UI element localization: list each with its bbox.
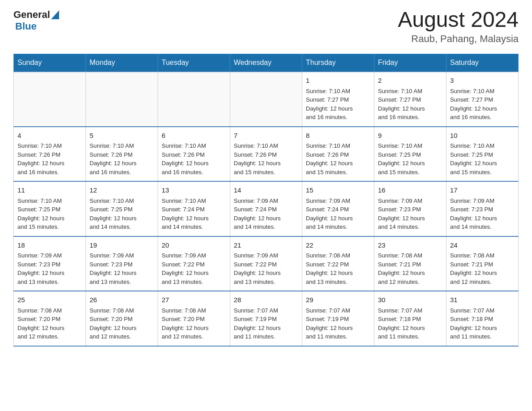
calendar-header-sunday: Sunday xyxy=(14,54,86,72)
day-number: 13 xyxy=(162,185,226,196)
logo-general-text: General xyxy=(13,9,50,21)
day-info: Sunrise: 7:07 AMSunset: 7:18 PMDaylight:… xyxy=(450,306,515,341)
day-number: 5 xyxy=(90,131,154,141)
calendar-day-cell xyxy=(14,72,86,127)
day-number: 15 xyxy=(306,185,370,196)
logo-triangle-icon xyxy=(51,10,59,19)
day-number: 12 xyxy=(90,185,154,196)
day-info: Sunrise: 7:09 AMSunset: 7:23 PMDaylight:… xyxy=(90,251,154,286)
calendar-day-cell: 1Sunrise: 7:10 AMSunset: 7:27 PMDaylight… xyxy=(302,72,374,127)
day-number: 22 xyxy=(306,240,370,251)
page-header: General Blue August 2024 Raub, Pahang, M… xyxy=(13,9,519,45)
calendar-day-cell: 27Sunrise: 7:08 AMSunset: 7:20 PMDayligh… xyxy=(158,291,230,346)
day-info: Sunrise: 7:07 AMSunset: 7:18 PMDaylight:… xyxy=(378,306,442,341)
day-number: 17 xyxy=(450,185,515,196)
calendar-day-cell: 17Sunrise: 7:09 AMSunset: 7:23 PMDayligh… xyxy=(446,181,519,236)
day-info: Sunrise: 7:10 AMSunset: 7:26 PMDaylight:… xyxy=(17,141,82,176)
day-info: Sunrise: 7:07 AMSunset: 7:19 PMDaylight:… xyxy=(234,306,298,341)
day-info: Sunrise: 7:10 AMSunset: 7:27 PMDaylight:… xyxy=(306,87,370,122)
calendar-header-tuesday: Tuesday xyxy=(158,54,230,72)
day-number: 25 xyxy=(17,295,82,305)
day-info: Sunrise: 7:08 AMSunset: 7:20 PMDaylight:… xyxy=(162,306,226,341)
day-number: 26 xyxy=(90,295,154,305)
calendar-day-cell: 3Sunrise: 7:10 AMSunset: 7:27 PMDaylight… xyxy=(446,72,519,127)
day-info: Sunrise: 7:09 AMSunset: 7:23 PMDaylight:… xyxy=(450,197,515,231)
calendar-day-cell: 14Sunrise: 7:09 AMSunset: 7:24 PMDayligh… xyxy=(230,181,302,236)
day-number: 3 xyxy=(450,76,515,86)
calendar-day-cell: 11Sunrise: 7:10 AMSunset: 7:25 PMDayligh… xyxy=(14,181,86,236)
day-info: Sunrise: 7:10 AMSunset: 7:25 PMDaylight:… xyxy=(90,197,154,231)
day-info: Sunrise: 7:10 AMSunset: 7:26 PMDaylight:… xyxy=(90,141,154,176)
calendar-day-cell xyxy=(86,72,158,127)
calendar-week-row: 11Sunrise: 7:10 AMSunset: 7:25 PMDayligh… xyxy=(14,181,519,236)
day-number: 21 xyxy=(234,240,298,251)
day-number: 29 xyxy=(306,295,370,305)
day-number: 16 xyxy=(378,185,442,196)
calendar-day-cell: 15Sunrise: 7:09 AMSunset: 7:24 PMDayligh… xyxy=(302,181,374,236)
day-number: 1 xyxy=(306,76,370,86)
day-info: Sunrise: 7:08 AMSunset: 7:20 PMDaylight:… xyxy=(90,306,154,341)
day-number: 14 xyxy=(234,185,298,196)
calendar-day-cell: 23Sunrise: 7:08 AMSunset: 7:21 PMDayligh… xyxy=(374,236,446,291)
calendar-day-cell: 29Sunrise: 7:07 AMSunset: 7:19 PMDayligh… xyxy=(302,291,374,346)
day-info: Sunrise: 7:10 AMSunset: 7:24 PMDaylight:… xyxy=(162,197,226,231)
day-info: Sunrise: 7:08 AMSunset: 7:21 PMDaylight:… xyxy=(450,251,515,286)
day-number: 6 xyxy=(162,131,226,141)
calendar-week-row: 1Sunrise: 7:10 AMSunset: 7:27 PMDaylight… xyxy=(14,72,519,127)
day-info: Sunrise: 7:10 AMSunset: 7:26 PMDaylight:… xyxy=(234,141,298,176)
day-info: Sunrise: 7:08 AMSunset: 7:20 PMDaylight:… xyxy=(17,306,82,341)
calendar-day-cell: 13Sunrise: 7:10 AMSunset: 7:24 PMDayligh… xyxy=(158,181,230,236)
day-number: 31 xyxy=(450,295,515,305)
day-info: Sunrise: 7:09 AMSunset: 7:24 PMDaylight:… xyxy=(234,197,298,231)
calendar-header-thursday: Thursday xyxy=(302,54,374,72)
day-number: 2 xyxy=(378,76,442,86)
calendar-day-cell: 30Sunrise: 7:07 AMSunset: 7:18 PMDayligh… xyxy=(374,291,446,346)
calendar-day-cell: 25Sunrise: 7:08 AMSunset: 7:20 PMDayligh… xyxy=(14,291,86,346)
day-info: Sunrise: 7:08 AMSunset: 7:21 PMDaylight:… xyxy=(378,251,442,286)
logo: General Blue xyxy=(13,9,59,32)
calendar-table: SundayMondayTuesdayWednesdayThursdayFrid… xyxy=(13,54,519,347)
day-info: Sunrise: 7:10 AMSunset: 7:27 PMDaylight:… xyxy=(450,87,515,122)
calendar-day-cell: 6Sunrise: 7:10 AMSunset: 7:26 PMDaylight… xyxy=(158,127,230,182)
day-number: 20 xyxy=(162,240,226,251)
calendar-header-saturday: Saturday xyxy=(446,54,519,72)
calendar-day-cell: 9Sunrise: 7:10 AMSunset: 7:25 PMDaylight… xyxy=(374,127,446,182)
day-number: 4 xyxy=(17,131,82,141)
day-info: Sunrise: 7:10 AMSunset: 7:25 PMDaylight:… xyxy=(450,141,515,176)
day-number: 11 xyxy=(17,185,82,196)
day-number: 8 xyxy=(306,131,370,141)
day-number: 28 xyxy=(234,295,298,305)
day-info: Sunrise: 7:10 AMSunset: 7:26 PMDaylight:… xyxy=(162,141,226,176)
calendar-day-cell: 12Sunrise: 7:10 AMSunset: 7:25 PMDayligh… xyxy=(86,181,158,236)
calendar-day-cell: 10Sunrise: 7:10 AMSunset: 7:25 PMDayligh… xyxy=(446,127,519,182)
day-info: Sunrise: 7:09 AMSunset: 7:22 PMDaylight:… xyxy=(162,251,226,286)
day-info: Sunrise: 7:10 AMSunset: 7:25 PMDaylight:… xyxy=(378,141,442,176)
day-info: Sunrise: 7:10 AMSunset: 7:26 PMDaylight:… xyxy=(306,141,370,176)
calendar-header-monday: Monday xyxy=(86,54,158,72)
day-number: 10 xyxy=(450,131,515,141)
location-subtitle: Raub, Pahang, Malaysia xyxy=(398,33,519,45)
logo-blue-text: Blue xyxy=(15,21,37,32)
calendar-week-row: 18Sunrise: 7:09 AMSunset: 7:23 PMDayligh… xyxy=(14,236,519,291)
day-info: Sunrise: 7:10 AMSunset: 7:25 PMDaylight:… xyxy=(17,197,82,231)
calendar-day-cell: 8Sunrise: 7:10 AMSunset: 7:26 PMDaylight… xyxy=(302,127,374,182)
day-number: 27 xyxy=(162,295,226,305)
day-number: 7 xyxy=(234,131,298,141)
calendar-day-cell: 21Sunrise: 7:09 AMSunset: 7:22 PMDayligh… xyxy=(230,236,302,291)
calendar-week-row: 4Sunrise: 7:10 AMSunset: 7:26 PMDaylight… xyxy=(14,127,519,182)
calendar-day-cell: 5Sunrise: 7:10 AMSunset: 7:26 PMDaylight… xyxy=(86,127,158,182)
calendar-week-row: 25Sunrise: 7:08 AMSunset: 7:20 PMDayligh… xyxy=(14,291,519,346)
day-number: 18 xyxy=(17,240,82,251)
calendar-header-friday: Friday xyxy=(374,54,446,72)
calendar-day-cell xyxy=(158,72,230,127)
calendar-day-cell: 7Sunrise: 7:10 AMSunset: 7:26 PMDaylight… xyxy=(230,127,302,182)
calendar-day-cell: 16Sunrise: 7:09 AMSunset: 7:23 PMDayligh… xyxy=(374,181,446,236)
svg-marker-0 xyxy=(51,10,59,19)
calendar-day-cell: 24Sunrise: 7:08 AMSunset: 7:21 PMDayligh… xyxy=(446,236,519,291)
day-info: Sunrise: 7:10 AMSunset: 7:27 PMDaylight:… xyxy=(378,87,442,122)
calendar-day-cell: 22Sunrise: 7:08 AMSunset: 7:22 PMDayligh… xyxy=(302,236,374,291)
day-number: 23 xyxy=(378,240,442,251)
calendar-day-cell xyxy=(230,72,302,127)
calendar-day-cell: 26Sunrise: 7:08 AMSunset: 7:20 PMDayligh… xyxy=(86,291,158,346)
day-info: Sunrise: 7:07 AMSunset: 7:19 PMDaylight:… xyxy=(306,306,370,341)
